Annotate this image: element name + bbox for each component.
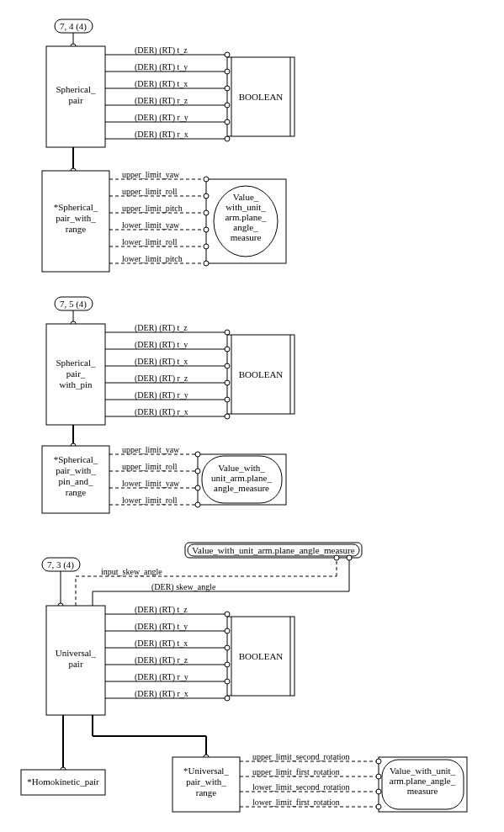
svg-point-59	[225, 363, 230, 368]
svg-text:upper_limit_second_rotation: upper_limit_second_rotation	[252, 752, 350, 761]
svg-text:(DER) (RT) r_y: (DER) (RT) r_y	[135, 672, 188, 682]
label-boolean-1: BOOLEAN	[239, 92, 284, 102]
svg-point-135	[376, 759, 381, 764]
opt-attrs-sph-pin-range: upper_limit_yaw upper_limit_roll lower_l…	[109, 445, 200, 507]
svg-text:(DER) (RT) t_y: (DER) (RT) t_y	[135, 62, 188, 72]
svg-text:(DER) (RT) t_z: (DER) (RT) t_z	[135, 605, 188, 615]
svg-point-62	[225, 380, 230, 385]
svg-point-101	[347, 555, 352, 560]
svg-point-85	[195, 502, 200, 507]
svg-point-119	[225, 679, 230, 684]
svg-point-56	[225, 347, 230, 352]
svg-point-138	[376, 774, 381, 779]
svg-text:(DER) (RT) t_y: (DER) (RT) t_y	[135, 340, 188, 350]
svg-text:upper_limit_roll: upper_limit_roll	[122, 187, 178, 196]
svg-point-20	[225, 136, 230, 141]
opt-attrs-sph-range: upper_limit_yaw upper_limit_roll upper_l…	[109, 170, 209, 266]
svg-text:lower_limit_roll: lower_limit_roll	[122, 237, 178, 246]
svg-point-110	[225, 628, 230, 633]
svg-text:(DER) (RT) r_y: (DER) (RT) r_y	[135, 390, 188, 400]
svg-text:*Homokinetic_pair: *Homokinetic_pair	[27, 776, 99, 787]
svg-text:(DER) (RT) t_y: (DER) (RT) t_y	[135, 622, 188, 632]
svg-point-17	[225, 119, 230, 125]
svg-text:(DER) (RT) t_x: (DER) (RT) t_x	[135, 639, 188, 649]
svg-text:BOOLEAN: BOOLEAN	[239, 369, 284, 379]
svg-point-68	[225, 414, 230, 419]
svg-text:(DER) (RT) r_y: (DER) (RT) r_y	[135, 113, 188, 123]
svg-point-107	[225, 612, 230, 617]
svg-text:(DER) (RT) r_z: (DER) (RT) r_z	[135, 374, 188, 384]
svg-text:upper_limit_yaw: upper_limit_yaw	[122, 445, 180, 454]
svg-point-14	[225, 103, 230, 108]
svg-text:(DER) (RT) r_z: (DER) (RT) r_z	[135, 96, 188, 106]
svg-text:upper_limit_yaw: upper_limit_yaw	[122, 170, 180, 179]
svg-point-28	[204, 177, 209, 182]
svg-text:Value_with_unit_arm.plane_angl: Value_with_unit_arm.plane_angle_measure	[211, 463, 272, 493]
svg-point-53	[225, 330, 230, 335]
svg-point-116	[225, 662, 230, 667]
svg-point-11	[225, 86, 230, 91]
svg-text:upper_limit_pitch: upper_limit_pitch	[122, 204, 183, 213]
svg-text:(DER) (RT) r_x: (DER) (RT) r_x	[135, 407, 188, 417]
svg-text:(DER) (RT) t_z: (DER) (RT) t_z	[135, 45, 188, 56]
svg-point-40	[204, 244, 209, 249]
svg-text:(DER) (RT) r_x: (DER) (RT) r_x	[135, 130, 188, 140]
svg-point-31	[204, 193, 209, 199]
svg-point-122	[225, 696, 230, 701]
svg-text:(DER) (RT) t_x: (DER) (RT) t_x	[135, 79, 188, 89]
svg-text:lower_limit_yaw: lower_limit_yaw	[122, 220, 180, 230]
svg-text:upper_limit_roll: upper_limit_roll	[122, 462, 178, 471]
svg-text:BOOLEAN: BOOLEAN	[239, 651, 284, 661]
svg-point-43	[204, 261, 209, 266]
svg-text:upper_limit_first_rotation: upper_limit_first_rotation	[252, 767, 340, 776]
svg-point-5	[225, 52, 230, 57]
svg-point-65	[225, 397, 230, 402]
svg-text:lower_limit_roll: lower_limit_roll	[122, 495, 178, 505]
svg-point-34	[204, 210, 209, 215]
svg-text:(DER) (RT) r_x: (DER) (RT) r_x	[135, 689, 188, 699]
svg-text:lower_limit_yaw: lower_limit_yaw	[122, 479, 180, 488]
opt-attrs-uni-range: upper_limit_second_rotation upper_limit_…	[240, 752, 381, 809]
svg-point-76	[195, 452, 200, 457]
svg-point-141	[376, 789, 381, 794]
svg-point-82	[195, 485, 200, 490]
svg-point-8	[225, 69, 230, 74]
pageref-text: 7, 4 (4)	[60, 21, 87, 32]
svg-point-37	[204, 227, 209, 232]
der-lines-1: (DER) (RT) t_z (DER) (RT) t_y (DER) (RT)…	[105, 45, 230, 141]
svg-point-79	[195, 469, 200, 474]
der-lines-3: (DER) (RT) t_z (DER) (RT) t_y (DER) (RT)…	[105, 605, 230, 701]
svg-point-144	[376, 804, 381, 809]
der-lines-2: (DER) (RT) t_z (DER) (RT) t_y (DER) (RT)…	[105, 323, 230, 419]
svg-text:(DER) (RT) t_z: (DER) (RT) t_z	[135, 323, 188, 333]
svg-text:input_skew_angle: input_skew_angle	[101, 567, 162, 576]
svg-text:Value_with_unit_arm.plane_angl: Value_with_unit_arm.plane_angle_measure	[192, 545, 354, 555]
svg-text:7, 3 (4): 7, 3 (4)	[47, 559, 74, 570]
svg-text:lower_limit_second_rotation: lower_limit_second_rotation	[252, 782, 350, 792]
svg-point-96	[334, 555, 339, 560]
svg-point-113	[225, 645, 230, 650]
svg-text:7, 5 (4): 7, 5 (4)	[60, 299, 87, 310]
svg-text:(DER) (RT) t_x: (DER) (RT) t_x	[135, 357, 188, 367]
svg-text:(DER) (RT) r_z: (DER) (RT) r_z	[135, 655, 188, 665]
svg-text:lower_limit_first_rotation: lower_limit_first_rotation	[252, 798, 340, 807]
svg-text:lower_limit_pitch: lower_limit_pitch	[122, 254, 183, 263]
svg-text:(DER) skew_angle: (DER) skew_angle	[151, 582, 216, 592]
